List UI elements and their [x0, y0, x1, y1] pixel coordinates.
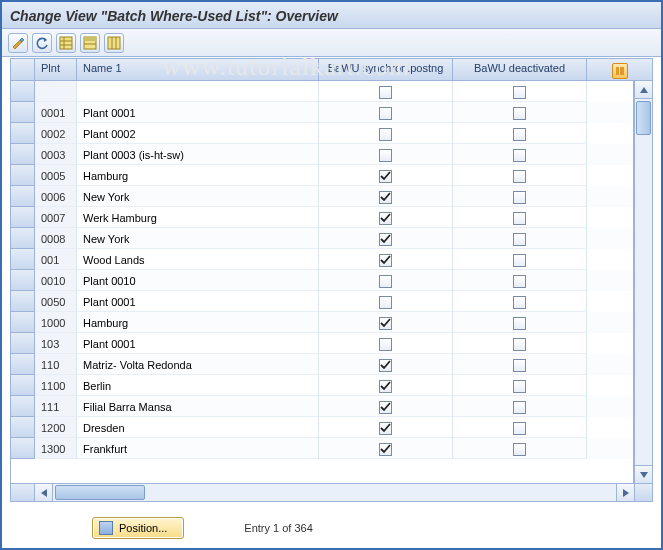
- redo-button[interactable]: [32, 33, 52, 53]
- sync-checkbox[interactable]: [379, 422, 392, 435]
- name-input[interactable]: [83, 440, 312, 458]
- row-selector[interactable]: [11, 438, 35, 459]
- row-selector[interactable]: [11, 249, 35, 270]
- grid-select-icon: [83, 36, 97, 50]
- name-input[interactable]: [83, 419, 312, 437]
- scroll-right-button[interactable]: [616, 484, 634, 501]
- sync-checkbox[interactable]: [379, 317, 392, 330]
- deact-checkbox[interactable]: [513, 338, 526, 351]
- cell-sync: [319, 165, 453, 186]
- row-selector[interactable]: [11, 291, 35, 312]
- deact-checkbox[interactable]: [513, 401, 526, 414]
- position-button[interactable]: Position...: [92, 517, 184, 539]
- deact-checkbox[interactable]: [513, 128, 526, 141]
- sync-checkbox[interactable]: [379, 296, 392, 309]
- scroll-track[interactable]: [635, 99, 652, 465]
- name-input[interactable]: [83, 272, 312, 290]
- row-selector[interactable]: [11, 354, 35, 375]
- vertical-scrollbar[interactable]: [634, 81, 652, 483]
- column-header-name[interactable]: Name 1: [77, 59, 319, 80]
- row-selector[interactable]: [11, 123, 35, 144]
- column-header-deact[interactable]: BaWU deactivated: [453, 59, 587, 80]
- row-selector[interactable]: [11, 207, 35, 228]
- deact-checkbox[interactable]: [513, 254, 526, 267]
- name-input[interactable]: [83, 188, 312, 206]
- name-input[interactable]: [83, 377, 312, 395]
- row-selector[interactable]: [11, 270, 35, 291]
- row-selector[interactable]: [11, 165, 35, 186]
- save-button[interactable]: [80, 33, 100, 53]
- deact-checkbox[interactable]: [513, 380, 526, 393]
- scroll-up-button[interactable]: [635, 81, 652, 99]
- sync-checkbox[interactable]: [379, 212, 392, 225]
- horizontal-scrollbar[interactable]: [11, 483, 652, 501]
- sync-checkbox[interactable]: [379, 128, 392, 141]
- row-selector[interactable]: [11, 417, 35, 438]
- name-input[interactable]: [83, 314, 312, 332]
- cell-name: [77, 354, 319, 375]
- row-selector[interactable]: [11, 228, 35, 249]
- name-input[interactable]: [83, 167, 312, 185]
- name-input[interactable]: [83, 293, 312, 311]
- hscroll-thumb[interactable]: [55, 485, 145, 500]
- sync-checkbox[interactable]: [379, 380, 392, 393]
- deact-checkbox[interactable]: [513, 86, 526, 99]
- sync-checkbox[interactable]: [379, 170, 392, 183]
- sync-checkbox[interactable]: [379, 275, 392, 288]
- sync-checkbox[interactable]: [379, 191, 392, 204]
- deact-checkbox[interactable]: [513, 275, 526, 288]
- name-input[interactable]: [83, 356, 312, 374]
- deact-checkbox[interactable]: [513, 191, 526, 204]
- deact-checkbox[interactable]: [513, 443, 526, 456]
- name-input[interactable]: [83, 209, 312, 227]
- deact-checkbox[interactable]: [513, 422, 526, 435]
- row-selector[interactable]: [11, 333, 35, 354]
- sync-checkbox[interactable]: [379, 233, 392, 246]
- name-input[interactable]: [83, 398, 312, 416]
- column-header-selector[interactable]: [11, 59, 35, 80]
- name-input[interactable]: [83, 230, 312, 248]
- scroll-left-button[interactable]: [35, 484, 53, 501]
- other-view-button[interactable]: [56, 33, 76, 53]
- scroll-down-button[interactable]: [635, 465, 652, 483]
- deact-checkbox[interactable]: [513, 233, 526, 246]
- name-input[interactable]: [83, 146, 312, 164]
- deact-checkbox[interactable]: [513, 317, 526, 330]
- row-selector[interactable]: [11, 396, 35, 417]
- name-input[interactable]: [83, 83, 312, 101]
- sync-checkbox[interactable]: [379, 401, 392, 414]
- hscroll-track[interactable]: [53, 484, 616, 501]
- sync-checkbox[interactable]: [379, 338, 392, 351]
- sync-checkbox[interactable]: [379, 359, 392, 372]
- column-header-config[interactable]: [587, 59, 652, 80]
- row-selector[interactable]: [11, 102, 35, 123]
- row-selector[interactable]: [11, 312, 35, 333]
- deact-checkbox[interactable]: [513, 170, 526, 183]
- sync-checkbox[interactable]: [379, 149, 392, 162]
- position-icon: [99, 521, 113, 535]
- sync-checkbox[interactable]: [379, 86, 392, 99]
- name-input[interactable]: [83, 251, 312, 269]
- deact-checkbox[interactable]: [513, 296, 526, 309]
- name-input[interactable]: [83, 335, 312, 353]
- row-selector[interactable]: [11, 81, 35, 102]
- undo-button[interactable]: [8, 33, 28, 53]
- deact-checkbox[interactable]: [513, 149, 526, 162]
- sync-checkbox[interactable]: [379, 107, 392, 120]
- sync-checkbox[interactable]: [379, 443, 392, 456]
- position-button-label: Position...: [119, 522, 167, 534]
- row-selector[interactable]: [11, 144, 35, 165]
- sync-checkbox[interactable]: [379, 254, 392, 267]
- name-input[interactable]: [83, 125, 312, 143]
- cell-name: [77, 207, 319, 228]
- table-settings-button[interactable]: [104, 33, 124, 53]
- row-selector[interactable]: [11, 375, 35, 396]
- row-selector[interactable]: [11, 186, 35, 207]
- scroll-thumb[interactable]: [636, 101, 651, 135]
- name-input[interactable]: [83, 104, 312, 122]
- deact-checkbox[interactable]: [513, 107, 526, 120]
- deact-checkbox[interactable]: [513, 212, 526, 225]
- deact-checkbox[interactable]: [513, 359, 526, 372]
- column-header-plnt[interactable]: Plnt: [35, 59, 77, 80]
- column-header-sync[interactable]: BaWU synchron.postng: [319, 59, 453, 80]
